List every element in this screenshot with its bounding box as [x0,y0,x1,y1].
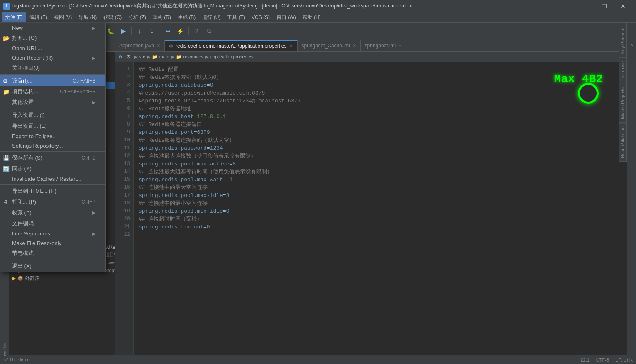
breadcrumb-bar: ⚙ ⚙ ▶ src ▶ 📁 main ▶ 📁 resources ▶ appli… [115,52,627,62]
code-editor[interactable]: ## Redis 配置 ## Redis数据库索引（默认为0） spring.r… [134,62,627,355]
tree-item-label: lication [32,75,47,81]
undo-button[interactable]: ↩ [162,25,174,37]
step-over[interactable]: ⤵ [134,25,145,37]
app-icon: I [3,3,10,10]
tree-item-test[interactable]: ▶ 📂 test C:\Users\lenovo\Desktop\web实训项目… [9,251,115,259]
left-sidebar-web-btn[interactable]: Web [1,41,8,49]
menu-generate[interactable]: 生成 (B) [174,12,199,22]
tab-close-icon[interactable]: ✕ [398,43,402,49]
tree-item-label: veriface-master C:\Users\lenovo\Desktop\… [25,267,115,273]
menu-tools[interactable]: 工具 (T) [224,12,248,22]
right-sidebar-close[interactable]: ✕ [628,41,636,49]
status-separator[interactable]: LF: Unix [616,357,633,362]
breadcrumb-sep4: ▶ [205,54,208,60]
breadcrumb-gear-icon: ⚙ [118,54,122,60]
tree-item-springboot-redis[interactable]: ▶ 📁 springbootRedis-master [springbootRe… [9,243,115,251]
right-tab-bean-validation[interactable]: Bean Validation [619,123,627,162]
breadcrumb-resources[interactable]: resources [183,54,203,59]
tab-springboot-iml[interactable]: springboot.iml ✕ [361,40,407,51]
tab-application-java[interactable]: Application.java ✕ [115,40,165,51]
tree-item-logmgmt[interactable]: 📁 logManagement-system-2 [Constructi [9,52,115,59]
tree-item-label: 外部库 [25,275,40,282]
tab-label: redis-cache-demo-master\...\application.… [176,43,286,49]
status-encoding[interactable]: UTF-8 [596,357,609,362]
menu-edit[interactable]: 编辑 (E) [26,12,51,22]
right-tabs-panel: Key Promoter Database Maven Projects Bea… [619,23,627,162]
close-button[interactable]: ✕ [614,0,633,12]
folder-icon: 📁 [17,97,24,103]
menu-analyze[interactable]: 分析 (Z) [125,12,149,22]
status-git: ⎇ Git: demo [3,357,30,362]
breadcrumb-sep2: ▶ [147,54,150,60]
folder-icon: 📂 [17,252,24,258]
tree-item-label: logManagement-system-2 [Constructi [20,53,103,58]
breadcrumb-main[interactable]: main [159,54,169,59]
menu-file[interactable]: 文件 (F) [2,12,26,22]
help-button[interactable]: ? [191,25,203,37]
redo-button[interactable]: ⚡ [175,25,186,37]
arrow-icon: ▶ [12,276,16,281]
menu-code[interactable]: 代码 (C) [100,12,125,22]
step-into[interactable]: ⤵ [146,25,158,37]
right-tab-maven[interactable]: Maven Projects [619,84,627,123]
folder-icon: 📁 [17,60,24,66]
folder-icon: 📁 [17,267,24,273]
tree-item-properties[interactable]: 📄 properties [9,82,115,89]
breadcrumb-file: application.properties [210,54,254,59]
menu-help[interactable]: 帮助 (H) [299,12,324,22]
tree-item-label: properties [32,83,54,88]
tree-item-demo3[interactable]: 📁 [demo] C:\Users\lenovo\Desk [9,89,115,97]
debug-button[interactable]: 🐛 [105,25,117,37]
arrow-icon: ▶ [12,252,16,257]
tree-item-path2[interactable]: rs\lenovo\Desktop\idea_works [9,112,115,119]
tree-item-path1[interactable]: s\lenovo\Desktop\idea_wor [9,104,115,112]
structure-button[interactable]: ⊞ [18,25,29,37]
tree-item-label: rs\lenovo\Desktop\idea_works [24,112,91,118]
run-button[interactable]: ▶ [93,25,104,37]
breadcrumb-settings-icon[interactable]: ⚙ [124,53,132,61]
status-line-col[interactable]: 22:1 [580,357,589,362]
left-sidebar-fav-btn[interactable]: Favorites [1,347,8,355]
tree-item-demo1[interactable]: 📁 [demo] C:\Users\lenovo\Desk [9,59,115,67]
minimize-button[interactable]: — [575,0,594,12]
libs-icon: 📦 [17,276,23,281]
tree-item-label: springbootRedis-master [springbootRedis]… [25,244,115,250]
right-tab-key-promoter[interactable]: Key Promoter [619,23,627,58]
tree-item-external-libs[interactable]: ▶ 📦 外部库 [9,274,115,283]
dropdown-arrow-icon: ▼ [80,28,85,34]
tree-item-label: .demo [29,68,42,73]
tree-item-label: [demo] C:\Users\lenovo\Desk [25,90,90,96]
tree-item-veriface[interactable]: ▶ 📁 veriface-master C:\Users\lenovo\Desk… [9,267,115,274]
tab-label: springboot_Cache.iml [302,43,350,49]
menu-refactor[interactable]: 重构 (R) [149,12,174,22]
tree-item-label: test C:\Users\lenovo\Desktop\web实训项目\其他正… [25,252,115,258]
structure-button2[interactable]: ⊡ [30,25,42,37]
tab-close-icon[interactable]: ✕ [289,44,293,49]
run-with-coverage[interactable]: ▶ [117,25,129,37]
tab-springboot-cache-iml[interactable]: springboot_Cache.iml ✕ [298,40,361,51]
app-selector-text: Application (2) [46,28,78,34]
breadcrumb-sep: ▶ [134,54,137,60]
breadcrumb-src[interactable]: src [139,54,145,59]
tree-item-application[interactable]: 📄 lication [9,74,115,82]
plugins-button[interactable]: ⧉ [203,25,215,37]
tree-item-testqrcreate[interactable]: ▶ 📁 testQrCreate C:\Users\lenovo\Desktop… [9,259,115,267]
tree-item-demo2[interactable]: ● .demo [9,67,115,74]
menu-navigate[interactable]: 导航 (N) [75,12,100,22]
tab-close-icon[interactable]: ✕ [157,43,160,49]
file-icon: 📄 [24,75,30,81]
right-tab-database[interactable]: Database [619,58,627,84]
menu-view[interactable]: 视图 (V) [51,12,75,22]
tab-close-icon[interactable]: ✕ [352,43,356,49]
tree-item-label: testQrCreate C:\Users\lenovo\Desktop\web… [25,260,115,266]
menu-window[interactable]: 窗口 (W) [273,12,299,22]
tab-label: Application.java [119,43,154,49]
back-button[interactable]: ◀ [2,25,13,37]
application-selector[interactable]: Application (2) ▼ [43,27,88,35]
tree-item-5[interactable]: 📁 [5] C:\Users\lenovo\D [9,97,115,104]
menu-run[interactable]: 运行 (U) [199,12,224,22]
menu-vcs[interactable]: VCS (S) [248,12,273,22]
tab-application-properties[interactable]: ⚙ redis-cache-demo-master\...\applicatio… [165,40,297,51]
tree-item-label: [5] C:\Users\lenovo\D [25,97,73,103]
restore-button[interactable]: ❐ [594,0,614,12]
